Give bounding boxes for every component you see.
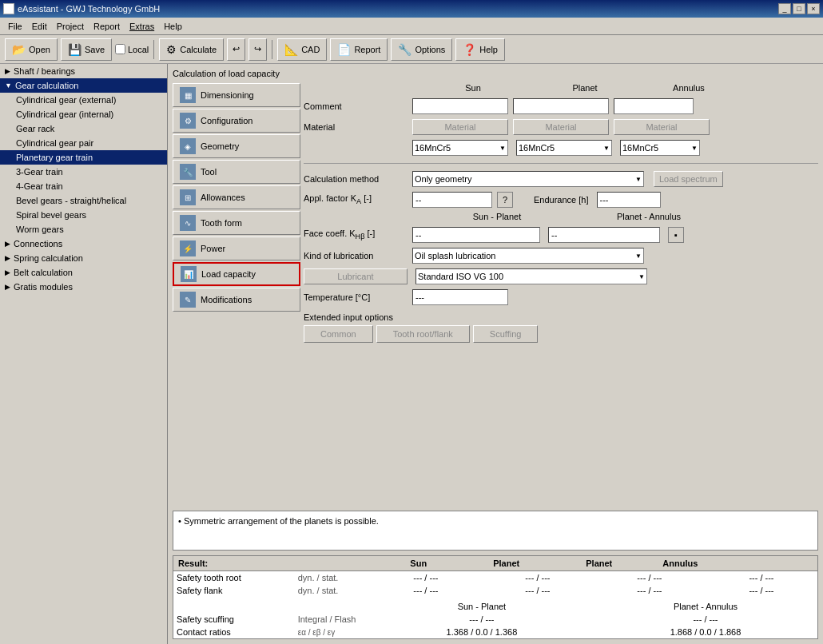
sidebar-item-worm[interactable]: Worm gears bbox=[0, 222, 167, 237]
local-checkbox-label[interactable]: Local bbox=[115, 44, 149, 54]
lubricant-select[interactable]: Standard ISO VG 100 bbox=[415, 268, 647, 284]
menu-edit[interactable]: Edit bbox=[27, 20, 52, 33]
menu-project[interactable]: Project bbox=[52, 20, 89, 33]
material-annulus-button[interactable]: Material bbox=[614, 119, 710, 135]
power-icon: ⚡ bbox=[180, 241, 196, 256]
material-sun-select-wrapper[interactable]: 16MnCr5 bbox=[412, 140, 508, 156]
sidebar-item-gear-rack[interactable]: Gear rack bbox=[0, 121, 167, 136]
load-spectrum-button[interactable]: Load spectrum bbox=[654, 171, 723, 187]
load-capacity-button[interactable]: 📊 Load capacity bbox=[173, 262, 300, 286]
info-text: • Symmetric arrangement of the planets i… bbox=[178, 516, 379, 526]
menu-extras[interactable]: Extras bbox=[125, 20, 159, 33]
sidebar-group-shaft[interactable]: ▶ Shaft / bearings bbox=[0, 64, 167, 78]
close-button[interactable]: × bbox=[807, 3, 820, 14]
sidebar-group-connections[interactable]: ▶ Connections bbox=[0, 237, 167, 251]
menu-file[interactable]: File bbox=[3, 20, 27, 33]
material-sun-button[interactable]: Material bbox=[412, 119, 508, 135]
sidebar-group-header-gratis[interactable]: ▶ Gratis modules bbox=[0, 280, 167, 294]
lub-kind-select[interactable]: Oil splash lubrication bbox=[412, 248, 644, 264]
maximize-button[interactable]: □ bbox=[793, 3, 805, 14]
flank-annulus: --- / --- bbox=[706, 584, 817, 597]
sidebar-group-header-gear[interactable]: ▼ Gear calculation bbox=[0, 78, 167, 93]
options-button[interactable]: 🔧 Options bbox=[391, 38, 452, 61]
lubricant-select-wrapper[interactable]: Standard ISO VG 100 bbox=[415, 268, 647, 284]
undo-button[interactable]: ↩ bbox=[227, 38, 245, 61]
appl-factor-input[interactable] bbox=[412, 192, 492, 208]
open-button[interactable]: 📂 Open bbox=[5, 38, 58, 61]
save-button[interactable]: 💾 Save bbox=[61, 38, 112, 61]
sidebar-group-spring[interactable]: ▶ Spring calculation bbox=[0, 251, 167, 265]
extended-label: Extended input options bbox=[304, 312, 818, 322]
contact-label: Contact ratios bbox=[173, 626, 295, 638]
sidebar-item-planetary[interactable]: Planetary gear train bbox=[0, 150, 167, 165]
sidebar-item-cyl-int[interactable]: Cylindrical gear (internal) bbox=[0, 107, 167, 121]
minimize-button[interactable]: _ bbox=[778, 3, 791, 14]
lubricant-button[interactable]: Lubricant bbox=[304, 268, 408, 284]
sidebar-group-header-belt[interactable]: ▶ Belt calculation bbox=[0, 265, 167, 280]
sidebar-item-cyl-pair[interactable]: Cylindrical gear pair bbox=[0, 136, 167, 150]
common-button[interactable]: Common bbox=[304, 325, 373, 343]
sidebar-item-gear-4[interactable]: 4-Gear train bbox=[0, 179, 167, 193]
redo-button[interactable]: ↪ bbox=[248, 38, 267, 61]
app-icon: e bbox=[3, 3, 14, 14]
tooth-form-button[interactable]: ∿ Tooth form bbox=[173, 211, 300, 235]
sidebar-group-header-shaft[interactable]: ▶ Shaft / bearings bbox=[0, 64, 167, 78]
sidebar-item-bevel[interactable]: Bevel gears - straight/helical bbox=[0, 193, 167, 208]
calculate-button[interactable]: ⚙ Calculate bbox=[159, 38, 224, 61]
lub-kind-row: Kind of lubrication Oil splash lubricati… bbox=[304, 247, 818, 264]
comment-sun-input[interactable] bbox=[412, 98, 508, 114]
sidebar-group-gratis[interactable]: ▶ Gratis modules bbox=[0, 280, 167, 294]
options-icon: 🔧 bbox=[398, 43, 412, 56]
contact-sun-planet: 1.368 / 0.0 / 1.368 bbox=[370, 626, 594, 638]
lub-kind-select-wrapper[interactable]: Oil splash lubrication bbox=[412, 248, 644, 264]
material-annulus-select-wrapper[interactable]: 16MnCr5 bbox=[620, 140, 700, 156]
local-checkbox[interactable] bbox=[115, 44, 125, 54]
calc-method-select-wrapper[interactable]: Only geometry bbox=[412, 171, 644, 187]
report-icon: 📄 bbox=[337, 43, 351, 56]
toolbar: 📂 Open 💾 Save Local ⚙ Calculate ↩ ↪ 📐 CA… bbox=[0, 35, 823, 64]
calc-method-select[interactable]: Only geometry bbox=[412, 171, 644, 187]
tooth-root-planet2: --- / --- bbox=[594, 571, 706, 584]
results-table: Safety tooth root dyn. / stat. --- / ---… bbox=[173, 571, 817, 638]
sidebar-item-gear-3[interactable]: 3-Gear train bbox=[0, 165, 167, 179]
material-annulus-select[interactable]: 16MnCr5 bbox=[620, 140, 700, 156]
configuration-button[interactable]: ⚙ Configuration bbox=[173, 109, 300, 133]
report-button[interactable]: 📄 Report bbox=[330, 38, 388, 61]
calculate-icon: ⚙ bbox=[166, 43, 177, 56]
menu-help[interactable]: Help bbox=[159, 20, 187, 33]
load-capacity-icon: 📊 bbox=[181, 266, 197, 282]
material-planet-button[interactable]: Material bbox=[513, 119, 609, 135]
sidebar-item-cyl-ext[interactable]: Cylindrical gear (external) bbox=[0, 93, 167, 107]
face-coeff-planet-annulus-input[interactable] bbox=[548, 227, 660, 243]
flank-label: Safety flank bbox=[173, 584, 295, 597]
calc-method-row: Calculation method Only geometry Load sp… bbox=[304, 170, 818, 188]
power-button[interactable]: ⚡ Power bbox=[173, 237, 300, 260]
tooth-root-flank-button[interactable]: Tooth root/flank bbox=[376, 325, 470, 343]
sidebar-group-header-connections[interactable]: ▶ Connections bbox=[0, 237, 167, 251]
lub-kind-label: Kind of lubrication bbox=[304, 251, 408, 260]
modifications-button[interactable]: ✎ Modifications bbox=[173, 288, 300, 312]
sidebar-group-header-spring[interactable]: ▶ Spring calculation bbox=[0, 251, 167, 265]
scuffing-button[interactable]: Scuffing bbox=[473, 325, 539, 343]
dimensioning-button[interactable]: ▦ Dimensioning bbox=[173, 83, 300, 107]
material-sun-select[interactable]: 16MnCr5 bbox=[412, 140, 508, 156]
comment-planet-input[interactable] bbox=[513, 98, 609, 114]
face-coeff-sun-planet-input[interactable] bbox=[412, 227, 540, 243]
face-coeff-help-button[interactable]: ▪ bbox=[668, 227, 684, 243]
sidebar-group-belt[interactable]: ▶ Belt calculation bbox=[0, 265, 167, 280]
menu-report[interactable]: Report bbox=[89, 20, 125, 33]
endurance-input[interactable] bbox=[597, 192, 661, 208]
comment-annulus-input[interactable] bbox=[614, 98, 694, 114]
temperature-input[interactable] bbox=[412, 289, 508, 305]
material-planet-select[interactable]: 16MnCr5 bbox=[516, 140, 612, 156]
tool-button[interactable]: 🔧 Tool bbox=[173, 160, 300, 184]
geometry-button[interactable]: ◈ Geometry bbox=[173, 134, 300, 158]
sub-col-planet-annulus: Planet - Annulus bbox=[594, 600, 817, 613]
material-planet-select-wrapper[interactable]: 16MnCr5 bbox=[516, 140, 612, 156]
help-button[interactable]: ❓ Help bbox=[455, 38, 505, 61]
cad-button[interactable]: 📐 CAD bbox=[277, 38, 327, 61]
appl-factor-row: Appl. factor KA [-] ? Endurance [h] bbox=[304, 191, 818, 209]
allowances-button[interactable]: ⊞ Allowances bbox=[173, 185, 300, 209]
sidebar-item-spiral[interactable]: Spiral bevel gears bbox=[0, 208, 167, 222]
appl-factor-help-button[interactable]: ? bbox=[497, 192, 513, 208]
